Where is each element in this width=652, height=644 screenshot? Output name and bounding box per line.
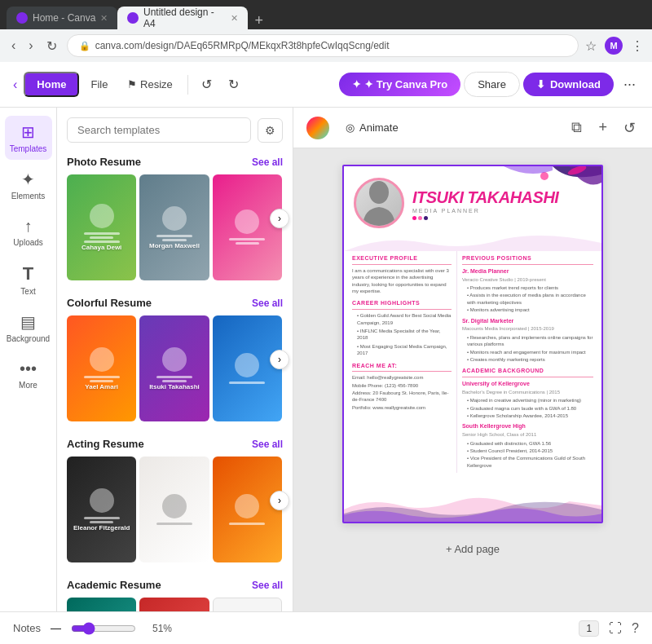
template-photo [162,494,187,518]
new-tab-button[interactable]: + [248,12,270,29]
address-bar[interactable]: 🔒 canva.com/design/DAEq65RMRpQ/MEkqxR3t8… [67,34,579,57]
template-card[interactable]: Phyllis Flex [67,598,136,611]
notes-button[interactable]: Notes [13,622,41,634]
template-line [156,523,192,525]
user-avatar[interactable]: M [605,37,623,55]
sidebar-item-uploads[interactable]: ↑ Uploads [5,210,52,254]
position-1-company: Veracio Creative Studio | 2019-present [462,276,593,283]
search-input[interactable] [67,117,251,143]
canvas-toolbar: ◎ Animate ⧉ + ↺ [293,108,652,148]
decorative-dots [412,216,558,220]
template-card[interactable]: Morgan Maxwell [139,174,209,280]
zoom-slider[interactable] [71,622,136,635]
resize-button[interactable]: ⚑ Resize [119,73,180,95]
resume-body: EXECUTIVE PROFILE I am a communications … [344,251,601,473]
fullscreen-button[interactable]: ⛶ [609,621,622,636]
sidebar-label-more: More [19,381,37,390]
canvas-scroll[interactable]: ITSUKI TAKAHASHI MEDIA PLANNER [293,148,652,611]
carousel-next-button-3[interactable]: › [270,491,289,510]
dot [418,216,422,220]
template-line [229,382,265,384]
browser-chrome: Home - Canva ✕ Untitled design - A4 ✕ + … [0,0,652,62]
help-button[interactable]: ? [632,621,639,636]
tab-untitled[interactable]: Untitled design - A4 ✕ [117,7,248,29]
search-row: ⚙ [67,117,283,143]
acting-resume-grid: Eleanor Fitzgerald [67,457,283,562]
photo-resume-see-all[interactable]: See all [252,157,283,168]
share-button[interactable]: Share [464,72,520,97]
photo-resume-section: Photo Resume See all Cahaya Dewi [67,156,283,280]
template-line [236,242,259,245]
template-card[interactable] [213,598,282,611]
colorful-resume-grid: Yael Amari Itsuki Takahashi [67,315,283,421]
forward-button[interactable]: › [25,37,36,55]
template-card[interactable] [213,315,282,421]
template-photo [90,347,114,372]
template-card[interactable]: Yael Amari [67,315,136,421]
template-line [84,240,120,243]
position-2-company: Macounts Media Incorporated | 2015-2019 [462,325,593,332]
home-button[interactable]: Home [24,72,79,97]
sidebar-item-templates[interactable]: ⊞ Templates [5,116,52,160]
filter-button[interactable]: ⚙ [258,118,283,143]
template-card[interactable] [213,457,282,562]
academic-resume-see-all[interactable]: See all [252,580,283,591]
carousel-next-button-2[interactable]: › [270,350,289,369]
star-icon[interactable]: ☆ [585,38,597,54]
sidebar-label-uploads: Uploads [13,238,43,247]
school-1-b3: • Kellergrove Scholarship Awardee, 2014-… [462,412,593,419]
acting-resume-see-all[interactable]: See all [252,439,283,450]
tab-home[interactable]: Home - Canva ✕ [7,7,117,29]
refresh-design-button[interactable]: ↺ [620,116,639,140]
download-label: Download [550,78,601,90]
school-1-degree: Bachelor's Degree in Communications | 20… [462,389,593,395]
download-button[interactable]: ⬇ Download [523,73,614,96]
back-button[interactable]: ‹ [8,37,19,55]
redo-button[interactable]: ↻ [222,73,245,95]
canvas-page[interactable]: ITSUKI TAKAHASHI MEDIA PLANNER [342,165,603,523]
file-button[interactable]: File [82,73,116,95]
sidebar-item-text[interactable]: T Text [5,257,52,302]
sidebar-item-elements[interactable]: ✦ Elements [5,163,52,207]
template-card[interactable]: Cahaya Dewi [67,174,136,280]
try-pro-button[interactable]: ✦ ✦ Try Canva Pro [339,73,460,96]
template-card[interactable]: Yael Amari [139,598,209,611]
try-pro-icon: ✦ [352,78,361,90]
tab-home-close[interactable]: ✕ [100,13,108,24]
add-button[interactable]: + [595,116,610,139]
photo-resume-grid: Cahaya Dewi Morgan Maxwell [67,174,283,280]
refresh-button[interactable]: ↻ [43,37,60,55]
dot [424,216,428,220]
acting-resume-section: Acting Resume See all Eleanor Fitzgerald [67,438,283,562]
template-line [90,236,113,239]
header-back-button[interactable]: ‹ [10,74,20,95]
sidebar-item-background[interactable]: ▤ Background [5,306,52,350]
resume-right-col: PREVIOUS POSITIONS Jr. Media Planner Ver… [456,251,598,473]
menu-icon[interactable]: ⋮ [631,38,644,54]
position-2-b2: • Monitors reach and engagement for maxi… [462,349,593,355]
template-card[interactable]: Itsuki Takahashi [139,315,209,421]
template-photo [235,210,259,234]
template-line [84,517,120,519]
school-2-b2: • Student Council President, 2014-2015 [462,448,593,454]
photo-resume-header: Photo Resume See all [67,156,283,168]
more-options-button[interactable]: ··· [617,73,642,96]
highlight-1: • Golden Guild Award for Best Social Med… [352,312,452,326]
undo-button[interactable]: ↺ [195,73,218,95]
colorful-resume-see-all[interactable]: See all [252,298,283,309]
tab-untitled-close[interactable]: ✕ [231,13,238,24]
sidebar-label-text: Text [20,287,35,296]
copy-button[interactable]: ⧉ [568,116,585,139]
tab-bar: Home - Canva ✕ Untitled design - A4 ✕ + [0,0,652,29]
template-line [229,238,265,240]
template-card[interactable] [139,457,209,562]
add-page-button[interactable]: + Add page [430,536,516,562]
sidebar-item-more[interactable]: ••• More [5,353,52,396]
template-card[interactable] [213,174,282,280]
template-card[interactable]: Eleanor Fitzgerald [67,457,136,562]
animate-button[interactable]: ◎ Animate [339,117,405,139]
color-wheel[interactable] [306,117,329,139]
template-line [84,376,120,378]
carousel-next-button[interactable]: › [270,209,289,228]
reach-me-title: REACH ME AT: [352,362,452,373]
